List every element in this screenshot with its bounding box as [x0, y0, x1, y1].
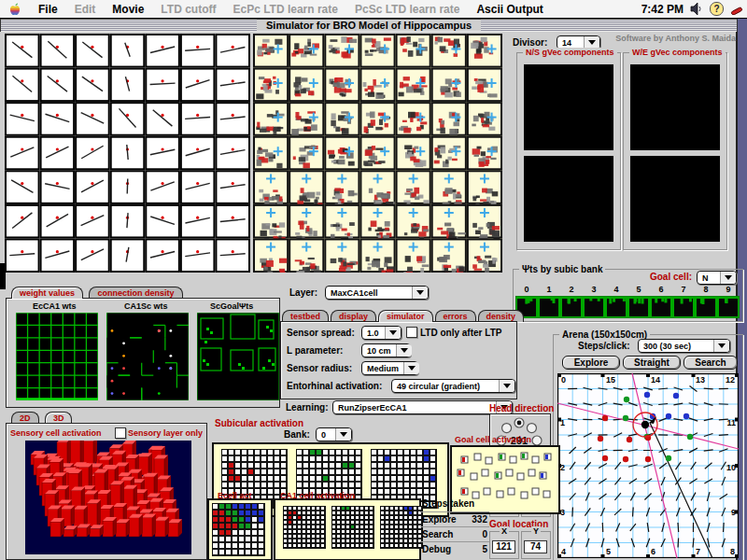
svg-text:7: 7 [696, 547, 700, 556]
goal-cell-label: Goal cell: [650, 272, 692, 282]
sensor-spread-select[interactable]: 1.0 [361, 326, 402, 340]
straight-button[interactable]: Straight [623, 356, 681, 370]
credit-text: Software by Anthony S. Maida [605, 34, 736, 43]
arena-label: Arena (150x150cm) [559, 329, 650, 340]
bank-number: 0 [515, 285, 538, 294]
steps-click-label: Steps/click: [578, 341, 630, 351]
goal-y-label: Y [531, 526, 541, 536]
menu-edit: Edit [66, 3, 105, 16]
help-icon[interactable]: ? [710, 2, 724, 16]
subic-bank-label: Ψts by subic bank [519, 264, 605, 274]
activation-blob-panel[interactable] [253, 34, 502, 273]
tab-weight-values[interactable]: weight values [11, 287, 83, 299]
menu-file[interactable]: File [30, 3, 66, 16]
goal-cell-select[interactable]: N [697, 271, 737, 285]
ca1-panel [274, 498, 421, 560]
ca1sc-wts-grid [106, 313, 189, 400]
we-gvec-label: W/E gVec components [629, 48, 726, 57]
sensor-radius-select[interactable]: Medium [361, 361, 418, 375]
steps-click-value: 300 (30 sec) [643, 342, 709, 351]
ltd-after-ltp-checkbox[interactable] [406, 327, 417, 338]
app-icon[interactable] [730, 3, 743, 15]
steps-taken-rows: Explore332Search0Debug5 [420, 511, 489, 556]
layer-select[interactable]: MaxCA1cell [325, 286, 429, 300]
entorhinal-select[interactable]: 49 circular (gradient) [391, 379, 515, 393]
learning-select[interactable]: RunZipserEcCA1 [332, 400, 513, 414]
menu-pcsc-ltd-learn-rate: PcSc LTD learn rate [346, 3, 469, 16]
menu-ascii-output[interactable]: Ascii Output [468, 3, 551, 16]
blob-grid [253, 34, 502, 273]
bank-number: 1 [538, 285, 560, 294]
sensory-panel: Sensory cell activation Sensory layer on… [6, 423, 207, 560]
svg-text:8: 8 [730, 547, 735, 556]
ecell-grid [212, 503, 265, 556]
head-direction-radio[interactable] [502, 424, 512, 433]
bank-number: 3 [583, 285, 605, 294]
svg-text:9: 9 [731, 508, 736, 517]
ca1-grid-3 [380, 506, 423, 549]
l-parameter-select[interactable]: 10 cm [361, 343, 411, 357]
l-parameter-label: L parameter: [287, 345, 343, 356]
divisor-value: 14 [562, 38, 579, 48]
bank-number: 5 [627, 285, 650, 294]
vector-grid [5, 34, 250, 273]
search-button[interactable]: Search [684, 356, 738, 370]
steps-click-select[interactable]: 300 (30 sec) [638, 339, 730, 353]
bank-number: 7 [672, 285, 695, 294]
weights-panel: EcCA1 wts CA1Sc wts ScGoalΨts [6, 298, 280, 408]
sensory-3d-view [25, 441, 191, 554]
svg-text:2: 2 [560, 463, 565, 472]
bank-number: 4 [605, 285, 627, 294]
goal-x-group: X 121 [489, 531, 519, 559]
arena-canvas[interactable]: 0151413121231110945678 [557, 373, 739, 558]
svg-text:3: 3 [560, 508, 565, 517]
svg-text:10: 10 [726, 463, 736, 472]
tab-simulator[interactable]: simulator [378, 310, 433, 322]
ecca1-wts-label: EcCA1 wts [33, 301, 77, 311]
steps-row: Debug5 [420, 541, 489, 556]
arena-group: Arena (150x150cm) Steps/click: 300 (30 s… [553, 334, 743, 560]
ns-gvec-label: N/S gVec components [523, 48, 617, 57]
sensor-spread-label: Sensor spread: [287, 328, 355, 338]
goal-x-label: X [500, 526, 509, 536]
explore-button[interactable]: Explore [562, 356, 620, 370]
goal-x-value: 121 [492, 540, 515, 553]
sound-icon[interactable] [690, 3, 703, 15]
divisor-label: Divisor: [513, 37, 547, 48]
head-direction-label: Head direction [489, 403, 554, 413]
head-direction-radio[interactable] [527, 424, 536, 433]
menu-clock: 7:42 PM [641, 3, 684, 16]
ltd-after-ltp-label: LTD only after LTP [420, 328, 501, 338]
svg-text:12: 12 [726, 375, 735, 385]
svg-text:11: 11 [726, 418, 736, 427]
ca1sc-wts-label: CA1Sc wts [124, 301, 168, 311]
bank-select[interactable]: 0 [316, 427, 352, 441]
ca1-grid-2 [331, 506, 374, 549]
window-title-bar[interactable]: Simulator for BRO Model of Hippocampus [0, 19, 738, 32]
menu-movie[interactable]: Movie [104, 3, 152, 16]
sensory-layer-only-checkbox[interactable] [115, 427, 126, 439]
learning-label: Learning: [286, 402, 329, 413]
svg-text:1: 1 [560, 418, 565, 427]
subicular-activation-label: Subicular activation [215, 418, 303, 428]
subic-bank-numbers: 0123456789 [515, 285, 740, 294]
bank-number: 9 [717, 285, 740, 294]
layer-label: Layer: [289, 287, 317, 298]
menu-items: FileEditMovieLTD cutoffEcPc LTD learn ra… [30, 3, 552, 16]
sensory-layer-only-label: Sensory layer only [128, 428, 203, 438]
sensor-radius-label: Sensor radius: [287, 363, 352, 373]
we-gvec-display-top [630, 64, 720, 150]
scgoal-wts-label: ScGoalΨts [210, 301, 253, 311]
place-vector-panel[interactable] [5, 34, 250, 273]
learning-value: RunZipserEcCA1 [338, 403, 491, 413]
bank-number: 2 [560, 285, 583, 294]
sensor-spread-value: 1.0 [367, 329, 380, 338]
scgoal-wts-grid [197, 313, 279, 400]
window-title: Simulator for BRO Model of Hippocampus [257, 20, 481, 31]
apple-menu-icon[interactable] [0, 3, 30, 16]
bank-label: Bank: [284, 429, 310, 440]
ecca1-wts-grid [16, 313, 98, 400]
menu-ltd-cutoff: LTD cutoff [152, 3, 224, 16]
svg-text:5: 5 [606, 547, 611, 556]
head-direction-radio[interactable] [532, 436, 542, 445]
